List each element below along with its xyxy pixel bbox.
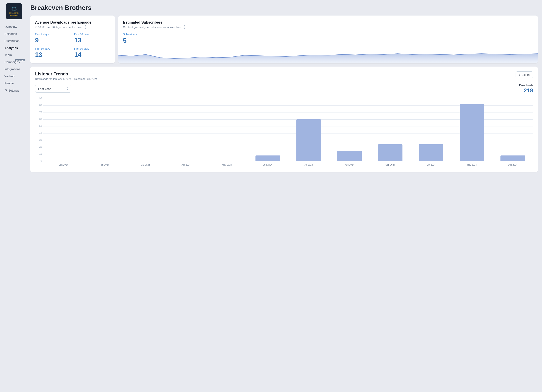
sidebar-item-settings[interactable]: ⚙ Settings [2,87,26,94]
bar [255,155,280,161]
bar-x-label: Sep 2024 [385,163,395,166]
sidebar-item-integrations[interactable]: Integrations [2,66,26,72]
sidebar-item-people[interactable]: People [2,80,26,87]
trends-controls: Last Year ▲▼ Downloads 218 [35,84,533,94]
bar-x-label: Feb 2024 [100,163,109,166]
sidebar: ⚖️ BREAKEVENBROTHERS Overview Episodes D… [0,0,28,392]
bar-x-label: Jun 2024 [263,163,272,166]
downloads-card-title: Average Downloads per Episode [35,20,110,25]
gear-icon: ⚙ [5,88,7,92]
downloads-stats-grid: First 7 days 9 First 30 days 13 First 60… [35,33,110,59]
stat-7days-value: 9 [35,37,39,44]
bar-group: Mar 2024 [125,99,166,161]
stat-60days: First 60 days 13 [35,47,71,59]
stat-90days-label: First 90 days [74,47,110,50]
bar-group: Jun 2024 [247,99,288,161]
sidebar-item-label: Analytics [5,46,18,50]
subscribers-card-subtitle: Our best guess at your subscriber count … [123,25,533,29]
sidebar-item-label: Settings [8,89,19,92]
sidebar-item-label: Team [5,53,12,57]
bar-x-label: Jan 2024 [59,163,68,166]
logo[interactable]: ⚖️ BREAKEVENBROTHERS [6,3,22,19]
subscribers-card-title: Estimated Subscribers [123,20,533,25]
downloads-summary: Downloads 218 [519,84,533,94]
sidebar-item-team[interactable]: Team [2,52,26,58]
bar-group: Nov 2024 [451,99,492,161]
nav-menu: Overview Episodes Distribution Analytics… [0,23,28,94]
bar-chart: 90 80 70 60 50 40 30 20 10 0 Jan 2024Feb… [35,99,533,167]
trends-title-area: Listener Trends Downloads for January 1,… [35,71,98,81]
bar-group: Feb 2024 [84,99,125,161]
select-arrows-icon: ▲▼ [66,87,68,91]
stat-90days-value: 14 [74,51,81,58]
sidebar-item-label: Website [5,74,15,78]
sidebar-item-label: People [5,82,14,85]
stat-7days: First 7 days 9 [35,33,71,44]
bar-group: Apr 2024 [166,99,207,161]
bar-x-label: Jul 2024 [304,163,313,166]
bar-x-label: Oct 2024 [427,163,435,166]
bar-group: Jan 2024 [43,99,84,161]
bar-x-label: Dec 2024 [508,163,517,166]
trends-subtitle: Downloads for January 1, 2024 – December… [35,77,98,81]
stat-60days-value: 13 [35,51,42,58]
bar [378,144,403,161]
downloads-card: Average Downloads per Episode 7, 30, 60,… [30,16,115,63]
stat-30days-label: First 30 days [74,33,110,36]
bar-group: May 2024 [206,99,247,161]
downloads-help-icon[interactable]: ? [84,25,87,29]
sidebar-item-campaigns[interactable]: Campaigns UPGRADE [2,59,26,65]
subscribers-label: Subscribers [123,33,533,36]
bar-group: Dec 2024 [492,99,533,161]
bar-x-label: Aug 2024 [345,163,354,166]
bar [500,155,525,161]
trends-header: Listener Trends Downloads for January 1,… [35,71,533,81]
sidebar-item-overview[interactable]: Overview [2,23,26,30]
trends-title: Listener Trends [35,71,98,77]
sparkline-chart [118,43,538,63]
trends-card: Listener Trends Downloads for January 1,… [30,66,538,172]
subscribers-card: Estimated Subscribers Our best guess at … [118,16,538,63]
bar-group: Jul 2024 [288,99,329,161]
stat-7days-label: First 7 days [35,33,71,36]
export-button[interactable]: ↓ Export [515,71,533,78]
bar [296,119,321,161]
bar-group: Aug 2024 [329,99,370,161]
sidebar-item-distribution[interactable]: Distribution [2,38,26,44]
bars-container: Jan 2024Feb 2024Mar 2024Apr 2024May 2024… [43,99,533,161]
downloads-summary-label: Downloads [519,84,533,87]
bar [419,144,443,161]
stat-90days: First 90 days 14 [74,47,110,59]
page-title: Breakeven Brothers [30,4,538,11]
sidebar-item-label: Episodes [5,32,17,35]
stat-30days: First 30 days 13 [74,33,110,44]
upgrade-badge: UPGRADE [15,59,25,61]
bar-x-label: Apr 2024 [181,163,190,166]
sidebar-item-label: Integrations [5,67,20,71]
bar-x-label: May 2024 [222,163,232,166]
bar-x-label: Mar 2024 [141,163,150,166]
bar-group: Oct 2024 [411,99,452,161]
sidebar-item-website[interactable]: Website [2,73,26,79]
sidebar-item-label: Overview [5,25,17,28]
stat-60days-label: First 60 days [35,47,71,50]
bar-x-label: Nov 2024 [467,163,477,166]
sidebar-item-label: Distribution [5,39,20,43]
downloads-card-subtitle: 7, 30, 60, and 90 days from publish date… [35,25,110,29]
bar [337,151,362,161]
bar-group: Sep 2024 [370,99,411,161]
sidebar-item-analytics[interactable]: Analytics [2,44,26,51]
bar [460,104,484,161]
main-content: Breakeven Brothers Average Downloads per… [28,0,542,392]
downloads-total-value: 218 [519,87,533,94]
subscribers-help-icon[interactable]: ? [183,25,186,29]
stat-30days-value: 13 [74,37,81,44]
period-select[interactable]: Last Year ▲▼ [35,85,71,93]
download-icon: ↓ [519,73,520,76]
sidebar-item-episodes[interactable]: Episodes [2,30,26,37]
top-cards-row: Average Downloads per Episode 7, 30, 60,… [30,16,538,63]
